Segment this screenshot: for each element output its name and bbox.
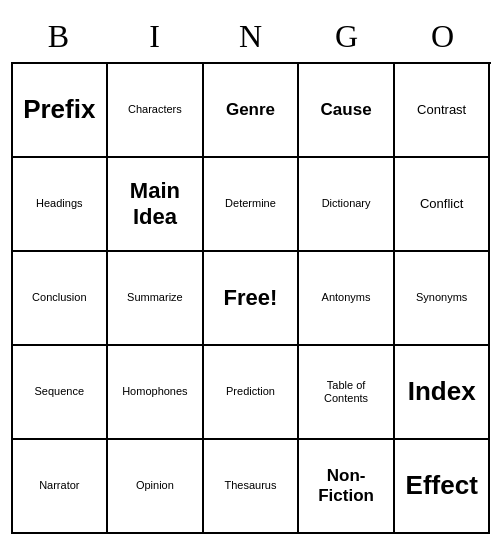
- cell-3-3: Table of Contents: [299, 346, 395, 440]
- cell-0-1: Characters: [108, 64, 204, 158]
- row-2: ConclusionSummarizeFree!AntonymsSynonyms: [13, 252, 491, 346]
- cell-text-3-4: Index: [408, 376, 476, 407]
- cell-text-4-1: Opinion: [136, 479, 174, 492]
- cell-text-0-2: Genre: [226, 100, 275, 120]
- cell-text-0-3: Cause: [321, 100, 372, 120]
- cell-3-0: Sequence: [13, 346, 109, 440]
- header-i: I: [107, 10, 203, 62]
- cell-4-2: Thesaurus: [204, 440, 300, 534]
- cell-2-3: Antonyms: [299, 252, 395, 346]
- cell-2-4: Synonyms: [395, 252, 491, 346]
- cell-text-2-4: Synonyms: [416, 291, 467, 304]
- bingo-grid: PrefixCharactersGenreCauseContrastHeadin…: [11, 62, 491, 534]
- cell-text-3-1: Homophones: [122, 385, 187, 398]
- cell-text-3-2: Prediction: [226, 385, 275, 398]
- cell-0-3: Cause: [299, 64, 395, 158]
- cell-text-1-1: Main Idea: [112, 178, 198, 231]
- cell-4-0: Narrator: [13, 440, 109, 534]
- cell-text-1-4: Conflict: [420, 196, 463, 212]
- row-4: NarratorOpinionThesaurusNon-FictionEffec…: [13, 440, 491, 534]
- row-0: PrefixCharactersGenreCauseContrast: [13, 64, 491, 158]
- header-n: N: [203, 10, 299, 62]
- header-g: G: [299, 10, 395, 62]
- cell-text-3-0: Sequence: [35, 385, 85, 398]
- cell-1-2: Determine: [204, 158, 300, 252]
- cell-text-1-2: Determine: [225, 197, 276, 210]
- cell-text-4-0: Narrator: [39, 479, 79, 492]
- cell-4-3: Non-Fiction: [299, 440, 395, 534]
- header-o: O: [395, 10, 491, 62]
- cell-2-2: Free!: [204, 252, 300, 346]
- cell-4-1: Opinion: [108, 440, 204, 534]
- cell-0-0: Prefix: [13, 64, 109, 158]
- cell-3-1: Homophones: [108, 346, 204, 440]
- cell-1-4: Conflict: [395, 158, 491, 252]
- cell-text-3-3: Table of Contents: [303, 379, 389, 405]
- cell-text-2-2: Free!: [224, 285, 278, 311]
- bingo-card: B I N G O PrefixCharactersGenreCauseCont…: [11, 10, 491, 534]
- cell-1-0: Headings: [13, 158, 109, 252]
- cell-text-0-0: Prefix: [23, 94, 95, 125]
- cell-3-4: Index: [395, 346, 491, 440]
- cell-text-0-1: Characters: [128, 103, 182, 116]
- cell-text-0-4: Contrast: [417, 102, 466, 118]
- cell-text-4-3: Non-Fiction: [303, 466, 389, 507]
- cell-text-2-1: Summarize: [127, 291, 183, 304]
- cell-2-1: Summarize: [108, 252, 204, 346]
- cell-text-1-3: Dictionary: [322, 197, 371, 210]
- cell-3-2: Prediction: [204, 346, 300, 440]
- cell-1-1: Main Idea: [108, 158, 204, 252]
- cell-text-2-0: Conclusion: [32, 291, 86, 304]
- row-3: SequenceHomophonesPredictionTable of Con…: [13, 346, 491, 440]
- cell-text-2-3: Antonyms: [322, 291, 371, 304]
- row-1: HeadingsMain IdeaDetermineDictionaryConf…: [13, 158, 491, 252]
- cell-0-4: Contrast: [395, 64, 491, 158]
- cell-text-4-2: Thesaurus: [224, 479, 276, 492]
- header-b: B: [11, 10, 107, 62]
- cell-1-3: Dictionary: [299, 158, 395, 252]
- cell-text-4-4: Effect: [406, 470, 478, 501]
- bingo-header: B I N G O: [11, 10, 491, 62]
- cell-2-0: Conclusion: [13, 252, 109, 346]
- cell-4-4: Effect: [395, 440, 491, 534]
- cell-text-1-0: Headings: [36, 197, 82, 210]
- cell-0-2: Genre: [204, 64, 300, 158]
